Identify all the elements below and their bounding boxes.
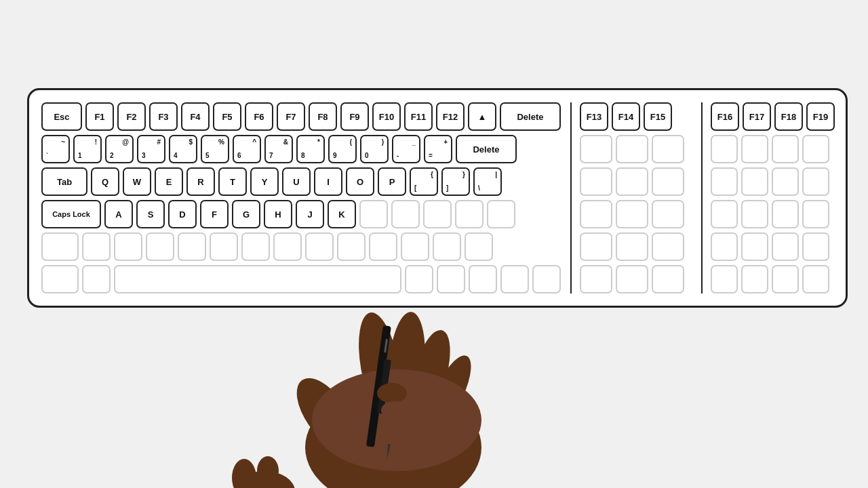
- key-0[interactable]: )0: [360, 135, 389, 163]
- key-f13[interactable]: F13: [580, 102, 608, 131]
- key-f4[interactable]: F4: [181, 102, 210, 131]
- numpad-blank-1-3: [772, 135, 799, 163]
- key-r[interactable]: R: [186, 167, 215, 196]
- key-f[interactable]: F: [200, 200, 229, 228]
- key-9[interactable]: (9: [328, 135, 357, 163]
- numpad-blank-row-4: [711, 232, 833, 261]
- key-f1[interactable]: F1: [85, 102, 114, 131]
- extra-blank-3-3: [652, 200, 684, 228]
- key-eject[interactable]: ▲: [468, 102, 496, 131]
- key-8[interactable]: *8: [296, 135, 325, 163]
- key-g[interactable]: G: [232, 200, 260, 228]
- key-a[interactable]: A: [104, 200, 133, 228]
- key-f6[interactable]: F6: [245, 102, 273, 131]
- key-f17[interactable]: F17: [743, 102, 771, 131]
- key-blank-2-1: [41, 265, 79, 293]
- key-delete-num[interactable]: Delete: [456, 135, 517, 163]
- key-equals[interactable]: +=: [424, 135, 452, 163]
- key-blank-asdf-1: [359, 200, 388, 228]
- extra-blank-4-2: [616, 232, 648, 261]
- function-row: Esc F1 F2 F3 F4 F5 F6 F7 F8 F9 F10 F11 F…: [41, 102, 561, 131]
- key-f18[interactable]: F18: [774, 102, 803, 131]
- key-blank-asdf-4: [455, 200, 484, 228]
- keyboard-main: Esc F1 F2 F3 F4 F5 F6 F7 F8 F9 F10 F11 F…: [41, 102, 561, 293]
- numpad-blank-4-4: [802, 232, 829, 261]
- key-p[interactable]: P: [378, 167, 406, 196]
- key-blank-1-12: [401, 232, 429, 261]
- scene: Esc F1 F2 F3 F4 F5 F6 F7 F8 F9 F10 F11 F…: [0, 0, 868, 488]
- key-k[interactable]: K: [328, 200, 356, 228]
- key-f10[interactable]: F10: [372, 102, 401, 131]
- key-6[interactable]: ^6: [233, 135, 261, 163]
- key-f9[interactable]: F9: [340, 102, 369, 131]
- key-f12[interactable]: F12: [436, 102, 465, 131]
- key-capslock[interactable]: Caps Lock: [41, 200, 101, 228]
- key-blank-1-11: [369, 232, 397, 261]
- key-bracket-close[interactable]: }]: [441, 167, 470, 196]
- extra-blank-2-2: [616, 167, 648, 196]
- key-7[interactable]: &7: [264, 135, 293, 163]
- numpad-blank-4-3: [772, 232, 799, 261]
- key-t[interactable]: T: [218, 167, 247, 196]
- numpad-blank-row-3: [711, 200, 833, 228]
- key-f14[interactable]: F14: [612, 102, 640, 131]
- key-e[interactable]: E: [155, 167, 183, 196]
- extra-blank-row-3: [580, 200, 692, 228]
- numpad-blank-3-2: [741, 200, 768, 228]
- key-q[interactable]: Q: [91, 167, 119, 196]
- key-f8[interactable]: F8: [309, 102, 337, 131]
- key-f5[interactable]: F5: [213, 102, 241, 131]
- key-d[interactable]: D: [168, 200, 197, 228]
- key-backtick[interactable]: ~`: [41, 135, 70, 163]
- key-w[interactable]: W: [123, 167, 151, 196]
- extra-blank-2-3: [652, 167, 684, 196]
- key-h[interactable]: H: [264, 200, 292, 228]
- key-f16[interactable]: F16: [711, 102, 739, 131]
- extra-blank-5-1: [580, 265, 612, 293]
- key-5[interactable]: %5: [201, 135, 229, 163]
- key-blank-1-3: [114, 232, 142, 261]
- numpad-blank-4-2: [741, 232, 768, 261]
- key-blank-asdf-2: [391, 200, 420, 228]
- numpad-blank-4-1: [711, 232, 738, 261]
- key-bracket-open[interactable]: {[: [410, 167, 438, 196]
- extra-blank-1-1: [580, 135, 612, 163]
- key-f3[interactable]: F3: [149, 102, 178, 131]
- key-backslash[interactable]: |\: [473, 167, 502, 196]
- extra-blank-4-1: [580, 232, 612, 261]
- numpad-blank-2-1: [711, 167, 738, 196]
- numpad-blank-1-2: [741, 135, 768, 163]
- numpad-blank-row-1: [711, 135, 833, 163]
- key-j[interactable]: J: [296, 200, 324, 228]
- key-blank-2-2: [82, 265, 111, 293]
- key-f19[interactable]: F19: [806, 102, 835, 131]
- key-blank-1-2: [82, 232, 111, 261]
- keyboard-diagram: Esc F1 F2 F3 F4 F5 F6 F7 F8 F9 F10 F11 F…: [27, 88, 848, 308]
- key-y[interactable]: Y: [250, 167, 279, 196]
- numpad-blank-3-1: [711, 200, 738, 228]
- extra-blank-row-2: [580, 167, 692, 196]
- key-blank-1-14: [465, 232, 493, 261]
- key-o[interactable]: O: [346, 167, 374, 196]
- key-delete-f[interactable]: Delete: [500, 102, 561, 131]
- numpad-blank-2-3: [772, 167, 799, 196]
- key-f7[interactable]: F7: [277, 102, 305, 131]
- key-tab[interactable]: Tab: [41, 167, 87, 196]
- key-blank-1-10: [337, 232, 366, 261]
- key-minus[interactable]: _-: [392, 135, 420, 163]
- key-u[interactable]: U: [282, 167, 311, 196]
- key-1[interactable]: !1: [73, 135, 102, 163]
- key-s[interactable]: S: [136, 200, 165, 228]
- key-2[interactable]: @2: [105, 135, 134, 163]
- key-esc[interactable]: Esc: [41, 102, 82, 131]
- extra-blank-5-3: [652, 265, 684, 293]
- key-f15[interactable]: F15: [644, 102, 672, 131]
- key-f11[interactable]: F11: [404, 102, 433, 131]
- numpad-fkey-row: F16 F17 F18 F19: [711, 102, 833, 131]
- key-4[interactable]: $4: [169, 135, 197, 163]
- key-i[interactable]: I: [314, 167, 342, 196]
- hand-drawing: [224, 285, 563, 488]
- key-f2[interactable]: F2: [117, 102, 146, 131]
- key-3[interactable]: #3: [137, 135, 165, 163]
- extra-blank-1-3: [652, 135, 684, 163]
